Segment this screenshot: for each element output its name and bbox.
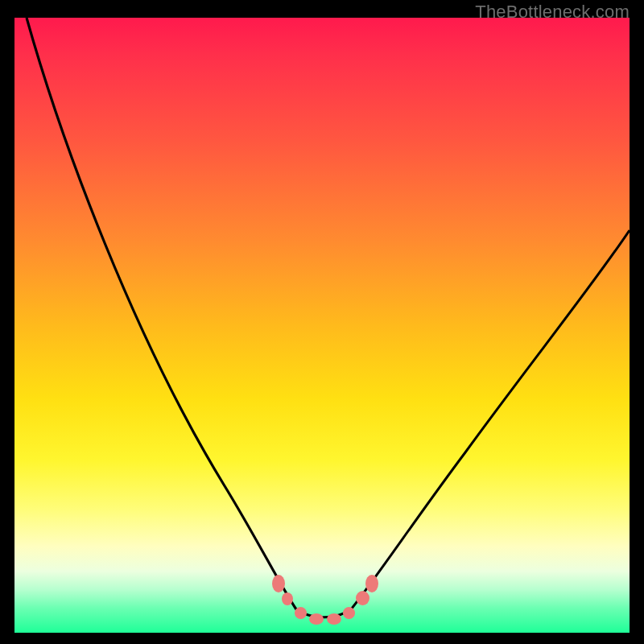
chart-curve [14,18,630,633]
curve-right-branch [351,230,630,609]
data-marker [282,592,293,605]
data-marker [343,607,355,619]
data-marker [356,591,369,605]
data-marker [272,575,285,592]
data-marker [365,575,378,592]
data-marker [295,607,307,619]
watermark-text: TheBottleneck.com [475,2,630,23]
chart-plot-area [14,18,630,633]
data-marker [309,613,324,625]
curve-left-branch [27,18,296,609]
data-marker [327,613,341,625]
